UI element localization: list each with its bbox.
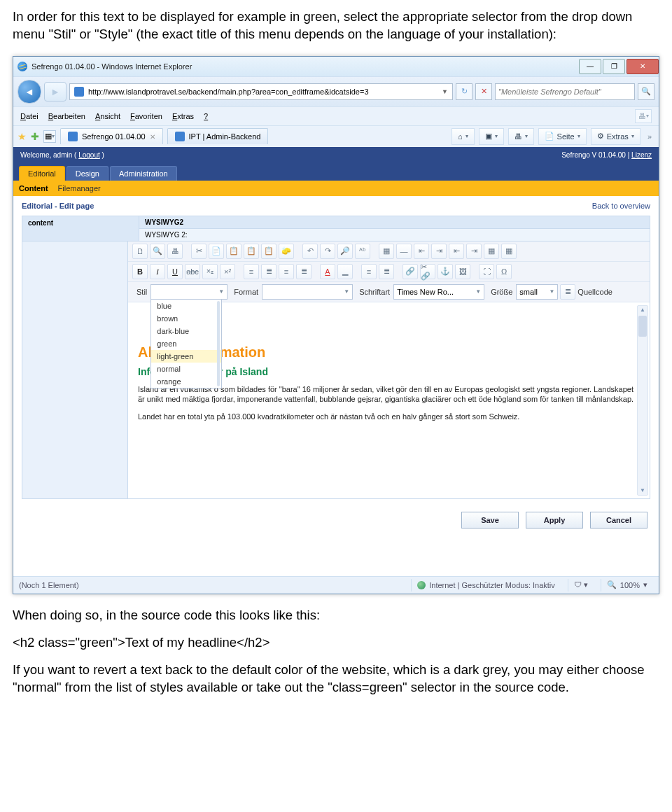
cancel-button[interactable]: Cancel	[590, 512, 648, 528]
hr-icon[interactable]: —	[396, 244, 412, 259]
quellcode-icon[interactable]: ≣	[560, 284, 575, 300]
refresh-button[interactable]: ↻	[456, 83, 472, 100]
scroll-up-icon[interactable]: ▲	[638, 306, 648, 314]
menu-bearbeiten[interactable]: Bearbeiten	[48, 112, 85, 120]
option-green[interactable]: green	[151, 337, 221, 350]
italic-icon[interactable]: I	[150, 264, 165, 279]
menu-ansicht[interactable]: Ansicht	[95, 112, 120, 120]
quick-tabs-icon[interactable]: ▦ ▾	[43, 130, 56, 143]
style-dropdown[interactable]: blue brown dark-blue green light-green n…	[150, 299, 222, 388]
size-select[interactable]: small▼	[516, 284, 558, 300]
table-icon[interactable]: ▦	[379, 244, 394, 259]
clear-format-icon[interactable]: 🧽	[279, 244, 294, 259]
strike-icon[interactable]: abc	[185, 264, 200, 279]
menu-help[interactable]: ?	[204, 112, 208, 120]
fullscreen-icon[interactable]: ⛶	[479, 264, 494, 279]
status-protected-icon[interactable]: 🛡 ▾	[568, 579, 594, 592]
close-button[interactable]: ✕	[626, 59, 659, 74]
extras-button[interactable]: ⚙ Extras▾	[591, 128, 640, 145]
url-dropdown-icon[interactable]: ▼	[442, 88, 448, 95]
anchor-icon[interactable]: ⚓	[438, 264, 453, 279]
align-right-icon[interactable]: ≡	[279, 264, 294, 279]
underline-icon[interactable]: U	[167, 264, 183, 279]
menu-favoriten[interactable]: Favoriten	[130, 112, 162, 120]
link-icon[interactable]: 🔗	[402, 264, 418, 279]
add-favorite-icon[interactable]: ✚	[31, 131, 39, 142]
feeds-button[interactable]: ▣▾	[479, 128, 504, 145]
outdent-icon[interactable]: ⇤	[449, 244, 464, 259]
align-justify-icon[interactable]: ≣	[296, 264, 312, 279]
indent-left-icon[interactable]: ⇤	[414, 244, 429, 259]
paste-word-icon[interactable]: 📋	[261, 244, 276, 259]
replace-icon[interactable]: ᴬᵇ	[355, 244, 370, 259]
unlink-icon[interactable]: ✂🔗	[420, 264, 435, 279]
find-icon[interactable]: 🔎	[337, 244, 353, 259]
scroll-down-icon[interactable]: ▼	[638, 486, 648, 495]
subtab-content[interactable]: Content	[19, 184, 48, 192]
subscript-icon[interactable]: ×₂	[202, 264, 218, 279]
option-orange[interactable]: orange	[151, 375, 221, 388]
font-color-icon[interactable]: A	[320, 264, 335, 279]
print-icon[interactable]: 🖶	[167, 244, 183, 259]
tab-ipt[interactable]: IPT | Admin-Backend	[167, 128, 269, 144]
rte-scrollbar[interactable]: ▲ ▼	[637, 305, 648, 496]
apply-button[interactable]: Apply	[526, 512, 583, 528]
tab-sefrengo[interactable]: Sefrengo 01.04.00 ✕	[60, 128, 163, 144]
superscript-icon[interactable]: ×²	[220, 264, 235, 279]
page-icon[interactable]: 🖶 ▾	[635, 109, 652, 123]
bold-icon[interactable]: B	[132, 264, 148, 279]
copy-icon[interactable]: 📄	[209, 244, 224, 259]
image-icon[interactable]: 🖼	[455, 264, 470, 279]
back-to-overview-link[interactable]: Back to overview	[592, 202, 650, 210]
favorites-star-icon[interactable]: ★	[18, 131, 27, 142]
redo-icon[interactable]: ↷	[320, 244, 335, 259]
license-link[interactable]: Lizenz	[631, 151, 652, 159]
format-select[interactable]: ▼	[262, 284, 353, 300]
menu-datei[interactable]: DDateiatei	[20, 112, 38, 120]
stop-button[interactable]: ✕	[475, 83, 492, 100]
home-button[interactable]: ⌂▾	[451, 128, 475, 145]
align-center-icon[interactable]: ≣	[261, 264, 276, 279]
cut-icon[interactable]: ✂	[191, 244, 206, 259]
menu-extras[interactable]: Extras	[172, 112, 194, 120]
search-button[interactable]: 🔍	[638, 83, 654, 100]
scroll-thumb[interactable]	[638, 316, 647, 337]
option-light-green[interactable]: light-green	[151, 350, 221, 363]
align-left-icon[interactable]: ≡	[244, 264, 259, 279]
option-normal[interactable]: normal	[151, 363, 221, 375]
option-dark-blue[interactable]: dark-blue	[151, 325, 221, 337]
indent-right-icon[interactable]: ⇥	[431, 244, 447, 259]
tab-close-icon[interactable]: ✕	[150, 133, 155, 141]
grid-icon[interactable]: ▦	[501, 244, 517, 259]
maintab-design[interactable]: Design	[66, 166, 108, 181]
minimize-button[interactable]: —	[579, 59, 601, 74]
seite-button[interactable]: 📄 Seite▾	[538, 128, 587, 145]
search-field[interactable]: "Menüleiste Sefrengo Default"	[495, 83, 635, 100]
print-button[interactable]: 🖶▾	[508, 128, 534, 145]
style-select[interactable]: ▼ blue brown dark-blue green light-green…	[150, 284, 227, 300]
subtab-filemanager[interactable]: Filemanager	[58, 184, 101, 192]
numlist-icon[interactable]: ≡	[361, 264, 377, 279]
forward-button[interactable]: ►	[44, 82, 66, 102]
preview-icon[interactable]: 🔍	[150, 244, 165, 259]
logout-link[interactable]: Logout	[78, 151, 100, 159]
maintab-editorial[interactable]: Editorial	[19, 166, 65, 181]
option-blue[interactable]: blue	[151, 300, 221, 312]
save-button[interactable]: Save	[461, 512, 519, 528]
omega-icon[interactable]: Ω	[496, 264, 512, 279]
insert-table-icon[interactable]: ▦	[484, 244, 499, 259]
font-select[interactable]: Times New Ro...▼	[393, 284, 484, 300]
paste-icon[interactable]: 📋	[226, 244, 241, 259]
maintab-administration[interactable]: Administration	[110, 166, 177, 181]
maximize-button[interactable]: ❐	[603, 59, 625, 74]
zoom-control[interactable]: 🔍 100% ▾	[601, 579, 653, 592]
url-field[interactable]: http://www.islandprotravel.se/backend/ma…	[69, 83, 453, 100]
bullist-icon[interactable]: ≣	[379, 264, 394, 279]
paste-text-icon[interactable]: 📋	[244, 244, 259, 259]
new-doc-icon[interactable]: 🗋	[132, 244, 148, 259]
undo-icon[interactable]: ↶	[302, 244, 318, 259]
bg-color-icon[interactable]: ▁	[337, 264, 353, 279]
overflow-chevrons-icon[interactable]: »	[645, 132, 654, 141]
quellcode-label[interactable]: Quellcode	[578, 288, 612, 296]
option-brown[interactable]: brown	[151, 312, 221, 325]
